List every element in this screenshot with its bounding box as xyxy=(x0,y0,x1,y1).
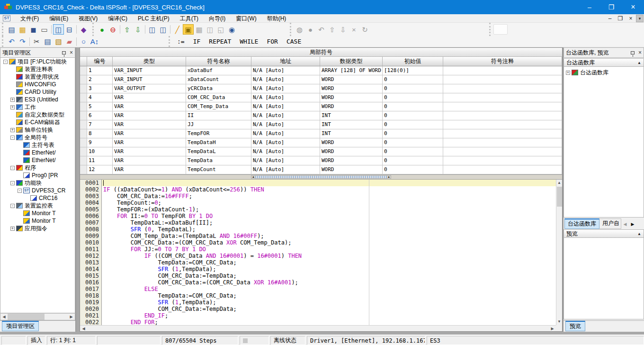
tree-item[interactable]: Monitor T xyxy=(0,217,75,225)
mdi-restore-button[interactable]: ❐ xyxy=(615,15,626,22)
cell[interactable]: VAR xyxy=(113,102,186,111)
cell[interactable]: 0 xyxy=(383,84,443,93)
menu-v[interactable]: 视图(V) xyxy=(73,15,103,22)
cell[interactable]: N/A [Auto] xyxy=(251,138,320,147)
cell[interactable]: xDataBuf xyxy=(186,66,251,75)
code-text[interactable]: FOR JJ:=0 TO 7 BY 1 DO xyxy=(102,246,556,253)
cell[interactable]: WORD xyxy=(320,75,383,84)
cell[interactable]: N/A [Auto] xyxy=(251,66,320,75)
expander-icon[interactable]: + xyxy=(10,128,15,132)
menu-e[interactable]: 编辑(E) xyxy=(44,15,73,22)
cell[interactable]: N/A [Auto] xyxy=(251,120,320,129)
cell[interactable]: VAR xyxy=(113,138,186,147)
device-monitor-binary2-icon[interactable]: ◫ xyxy=(158,24,169,35)
cell[interactable]: N/A [Auto] xyxy=(251,84,320,93)
cell[interactable] xyxy=(443,93,562,102)
code-text[interactable]: COM_Temp_Data:=(TempDataL AND 16#00FF); xyxy=(102,233,556,239)
cell[interactable]: N/A [Auto] xyxy=(251,93,320,102)
cell[interactable]: 0 xyxy=(383,156,443,165)
cell[interactable]: ARRAY [128] OF WORD xyxy=(320,66,383,75)
code-text[interactable]: END_FOR; xyxy=(102,319,556,325)
code-text[interactable]: FOR II:=0 TO TempFOR BY 1 DO xyxy=(102,213,556,219)
cell[interactable] xyxy=(443,66,562,75)
column-header[interactable]: 符号注释 xyxy=(443,57,562,66)
collapse-icon[interactable]: ▲ xyxy=(637,61,641,65)
code-line[interactable]: 0012 IF ((COM_CRC_Data AND 16#0001) = 16… xyxy=(80,253,556,259)
scroll-right-icon[interactable]: ▶ xyxy=(549,326,556,332)
tab-scroll-right-icon[interactable]: ▶ xyxy=(629,219,636,229)
table-row[interactable]: 6VARIIN/A [Auto]INT0 xyxy=(80,111,562,120)
tab-scroll-left-icon[interactable]: ◀ xyxy=(621,219,629,229)
find-icon[interactable]: ○ xyxy=(78,36,89,47)
toolbar-options-button[interactable]: ▾ xyxy=(636,15,644,22)
column-header[interactable]: 初始值 xyxy=(383,57,443,66)
cell[interactable]: 0 xyxy=(383,147,443,156)
cell[interactable]: VAR xyxy=(113,165,186,174)
code-text[interactable]: COM_CRC_Data:=(COM_CRC_Data XOR COM_Temp… xyxy=(102,239,556,246)
collapse-icon[interactable]: ▲ xyxy=(637,232,641,236)
cell[interactable]: 0 xyxy=(383,138,443,147)
cell[interactable]: TempData xyxy=(186,156,251,165)
row-selector-cell[interactable] xyxy=(80,102,87,111)
code-text[interactable]: TempDataL:=xDataBuf[II]; xyxy=(102,219,556,226)
paste-icon[interactable]: ▧ xyxy=(53,36,64,47)
code-line[interactable]: 0021 END_IF; xyxy=(80,312,556,319)
expander-icon[interactable]: - xyxy=(10,204,15,208)
pin-icon[interactable] xyxy=(631,51,635,54)
cell[interactable] xyxy=(443,129,562,138)
cell[interactable]: 7 xyxy=(87,120,113,129)
cell[interactable]: WORD xyxy=(320,147,383,156)
library-section-header[interactable]: 台达函数库 ▲ xyxy=(564,58,644,67)
code-hscrollbar[interactable]: ◀ ▶ xyxy=(80,325,556,331)
expander-icon[interactable]: + xyxy=(10,98,15,102)
tab-project-manager[interactable]: 项目管理区 xyxy=(2,321,39,331)
cell[interactable]: 3 xyxy=(87,84,113,93)
table-code-splitter[interactable]: ▲▲ xyxy=(80,174,562,180)
cut-icon[interactable]: ✂ xyxy=(31,36,42,47)
row-selector-cell[interactable] xyxy=(80,156,87,165)
code-text[interactable]: COM_CRC_Data:=16#FFFF; xyxy=(102,193,556,200)
code-line[interactable]: 0019 SFR (1,TempData); xyxy=(80,299,556,306)
cell[interactable] xyxy=(443,84,562,93)
open-file-icon[interactable]: ▦ xyxy=(17,24,28,35)
code-text[interactable]: SFR (1,TempData); xyxy=(102,266,556,272)
redo-icon[interactable]: ↷ xyxy=(17,36,28,47)
tree-item[interactable]: 主符号表 xyxy=(0,141,75,149)
tree-item[interactable]: -程序 xyxy=(0,164,75,172)
code-text[interactable]: SFR (0, TempDataL); xyxy=(102,226,556,233)
row-selector-cell[interactable] xyxy=(80,165,87,174)
replace-icon[interactable]: A↕ xyxy=(89,36,100,47)
online-monitor-icon[interactable]: ▣ xyxy=(183,24,194,35)
cell[interactable]: 0 xyxy=(383,102,443,111)
table-row[interactable]: 11VARTempDataN/A [Auto]WORD0 xyxy=(80,156,562,165)
tree-item[interactable]: EtherNet/ xyxy=(0,149,75,156)
tree-item[interactable]: +ES3 (Untitled xyxy=(0,96,75,103)
cell[interactable]: xDataCount xyxy=(186,75,251,84)
tree-item[interactable]: +应用指令 xyxy=(0,225,75,232)
upload-from-plc-icon[interactable]: ⇧ xyxy=(122,24,133,35)
tree-item-delta-library[interactable]: + 台达函数库 xyxy=(564,69,644,76)
cell[interactable]: WORD xyxy=(320,165,383,174)
cell[interactable]: VAR xyxy=(113,120,186,129)
expander-icon[interactable]: - xyxy=(10,136,15,140)
column-header[interactable]: 编号 xyxy=(87,57,113,66)
scroll-left-icon[interactable]: ◀ xyxy=(80,326,87,332)
tree-item[interactable]: HWCONFIG xyxy=(0,81,75,88)
menu-f[interactable]: 文件(F) xyxy=(15,15,44,22)
tree-item[interactable]: -STDVPES3_CR xyxy=(0,187,75,194)
cell[interactable]: 10 xyxy=(87,147,113,156)
cell[interactable]: WORD xyxy=(320,138,383,147)
cell[interactable]: N/A [Auto] xyxy=(251,129,320,138)
code-text[interactable]: COM_CRC_Data:=TempData; xyxy=(102,272,556,279)
stop-icon[interactable]: ⊖ xyxy=(107,24,118,35)
cell[interactable]: WORD xyxy=(320,102,383,111)
cell[interactable] xyxy=(443,120,562,129)
code-line[interactable]: 0009 COM_Temp_Data:=(TempDataL AND 16#00… xyxy=(80,233,556,239)
window-split-horizontal-icon[interactable]: ⊟ xyxy=(64,24,75,35)
cell[interactable]: VAR_INPUT xyxy=(113,75,186,84)
expander-icon[interactable]: + xyxy=(566,71,570,75)
expander-icon[interactable]: - xyxy=(3,60,8,64)
cell[interactable] xyxy=(443,165,562,174)
close-panel-icon[interactable]: × xyxy=(638,50,642,55)
menu-t[interactable]: 工具(T) xyxy=(175,15,204,22)
